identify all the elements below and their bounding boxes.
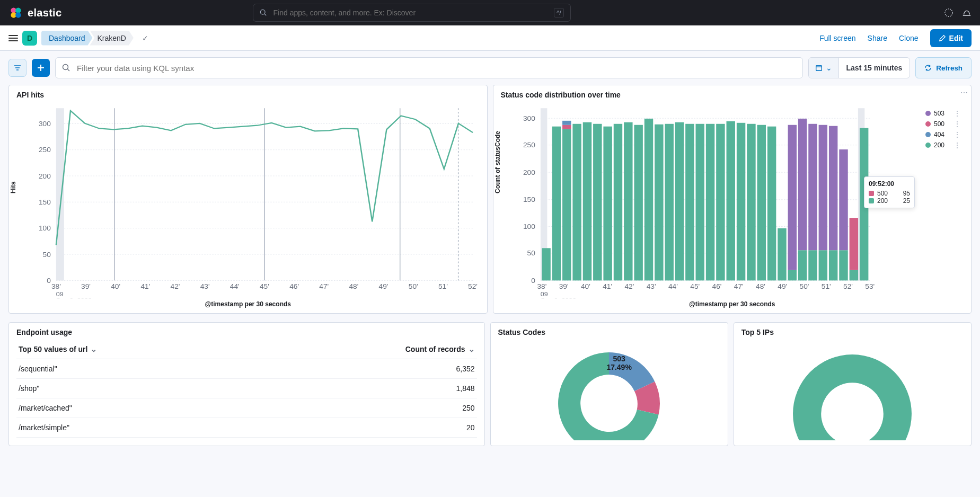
svg-rect-108 <box>747 124 755 281</box>
svg-text:52': 52' <box>468 283 478 290</box>
menu-toggle-icon[interactable] <box>8 35 18 41</box>
calendar-icon <box>815 64 823 72</box>
table-row[interactable]: /shop"1,848 <box>16 379 477 398</box>
edit-button-label: Edit <box>949 34 963 42</box>
legend-item[interactable]: 404⋮ <box>925 131 960 138</box>
svg-rect-95 <box>613 124 622 281</box>
legend: 503⋮500⋮404⋮200⋮ <box>925 110 960 149</box>
legend-item[interactable]: 200⋮ <box>925 141 960 149</box>
svg-text:200: 200 <box>523 168 535 176</box>
chart-top-ips[interactable] <box>741 340 964 440</box>
svg-text:100: 100 <box>523 223 535 230</box>
svg-text:50: 50 <box>43 251 51 258</box>
brand-name: elastic <box>28 7 61 19</box>
svg-rect-123 <box>839 149 847 250</box>
table-row[interactable]: /sequential"6,352 <box>16 359 477 379</box>
svg-rect-96 <box>624 122 632 281</box>
svg-text:50: 50 <box>527 250 535 257</box>
help-icon[interactable] <box>944 8 953 17</box>
svg-rect-86 <box>542 248 550 280</box>
svg-rect-88 <box>562 129 571 281</box>
fullscreen-link[interactable]: Full screen <box>819 34 855 42</box>
table-row[interactable]: /market/cached"250 <box>16 398 477 418</box>
svg-text:50': 50' <box>799 283 809 290</box>
svg-text:45': 45' <box>260 283 269 290</box>
time-picker[interactable]: ⌄ Last 15 minutes <box>808 57 911 78</box>
svg-text:Sep 9, 2022: Sep 9, 2022 <box>56 296 92 298</box>
col-count[interactable]: Count of records⌄ <box>260 340 476 359</box>
svg-rect-90 <box>562 121 571 125</box>
svg-text:38': 38' <box>537 283 546 290</box>
panel-title: API hits <box>16 91 480 99</box>
global-search[interactable]: ^/ <box>253 4 571 22</box>
table-row[interactable]: /market/simple"20 <box>16 418 477 438</box>
chevron-down-icon: ⌄ <box>469 345 475 353</box>
svg-text:44': 44' <box>668 283 678 290</box>
svg-text:47': 47' <box>734 283 743 290</box>
breadcrumb-current: KrakenD <box>90 31 134 46</box>
svg-rect-100 <box>665 124 673 281</box>
chart-api-hits[interactable]: Hits 0 <box>16 102 480 298</box>
clone-link[interactable]: Clone <box>899 34 919 42</box>
query-input[interactable] <box>76 63 796 73</box>
svg-rect-121 <box>828 126 837 251</box>
breadcrumb-dashboard[interactable]: Dashboard <box>41 31 93 46</box>
svg-text:40': 40' <box>580 283 590 290</box>
header-actions: Full screen Share Clone Edit <box>819 29 972 47</box>
check-icon[interactable]: ✓ <box>142 34 148 42</box>
svg-text:100: 100 <box>39 225 51 232</box>
svg-rect-101 <box>675 122 683 281</box>
col-url[interactable]: Top 50 values of url⌄ <box>16 340 260 359</box>
add-filter-button[interactable] <box>32 59 50 77</box>
svg-rect-122 <box>839 250 847 280</box>
svg-text:48': 48' <box>349 283 358 290</box>
svg-text:150: 150 <box>39 199 51 206</box>
panel-status-dist: ⋯ Status code distribution over time Cou… <box>493 85 972 314</box>
svg-line-13 <box>68 69 70 72</box>
elastic-logo-icon <box>8 5 23 20</box>
share-link[interactable]: Share <box>868 34 887 42</box>
time-range-label[interactable]: Last 15 minutes <box>839 64 910 72</box>
svg-text:250: 250 <box>523 141 535 149</box>
space-badge[interactable]: D <box>22 31 37 46</box>
breadcrumbs: Dashboard KrakenD <box>41 31 134 46</box>
svg-point-6 <box>945 9 952 16</box>
svg-rect-97 <box>634 125 642 281</box>
elastic-logo[interactable]: elastic <box>8 5 61 20</box>
legend-item[interactable]: 503⋮ <box>925 110 960 117</box>
y-axis-label: Hits <box>10 181 17 193</box>
x-axis-label: @timestamp per 30 seconds <box>501 300 964 308</box>
time-picker-calendar[interactable]: ⌄ <box>809 58 839 78</box>
search-icon <box>62 64 70 72</box>
chevron-down-icon: ⌄ <box>91 345 97 353</box>
panel-title: Endpoint usage <box>16 328 477 336</box>
header-right-icons <box>944 8 972 17</box>
svg-text:41': 41' <box>603 283 612 290</box>
refresh-button[interactable]: Refresh <box>915 57 972 78</box>
svg-text:53': 53' <box>865 283 875 290</box>
svg-rect-113 <box>788 125 796 270</box>
svg-text:150: 150 <box>523 196 535 203</box>
svg-rect-119 <box>818 125 827 250</box>
svg-rect-115 <box>798 119 806 250</box>
global-search-input[interactable] <box>272 8 549 17</box>
svg-point-3 <box>15 12 21 18</box>
svg-rect-99 <box>655 125 663 281</box>
edit-button[interactable]: Edit <box>930 29 972 47</box>
newsfeed-icon[interactable] <box>962 8 972 17</box>
query-bar[interactable] <box>55 57 803 78</box>
svg-rect-111 <box>778 228 786 281</box>
svg-text:43': 43' <box>646 283 656 290</box>
panel-menu-icon[interactable]: ⋯ <box>960 88 968 97</box>
chart-status-dist[interactable]: Count of statusCode 0 50 100 15 <box>501 102 964 298</box>
svg-rect-87 <box>552 127 560 281</box>
legend-item[interactable]: 500⋮ <box>925 120 960 128</box>
endpoint-table: Top 50 values of url⌄ Count of records⌄ … <box>16 340 477 438</box>
svg-rect-23 <box>56 108 64 280</box>
filter-toggle-button[interactable] <box>8 59 27 77</box>
svg-text:42': 42' <box>624 283 634 290</box>
svg-text:51': 51' <box>438 283 448 290</box>
svg-text:46': 46' <box>712 283 721 290</box>
chart-status-codes[interactable]: 503 17.49% <box>498 340 720 440</box>
svg-text:47': 47' <box>319 283 329 290</box>
